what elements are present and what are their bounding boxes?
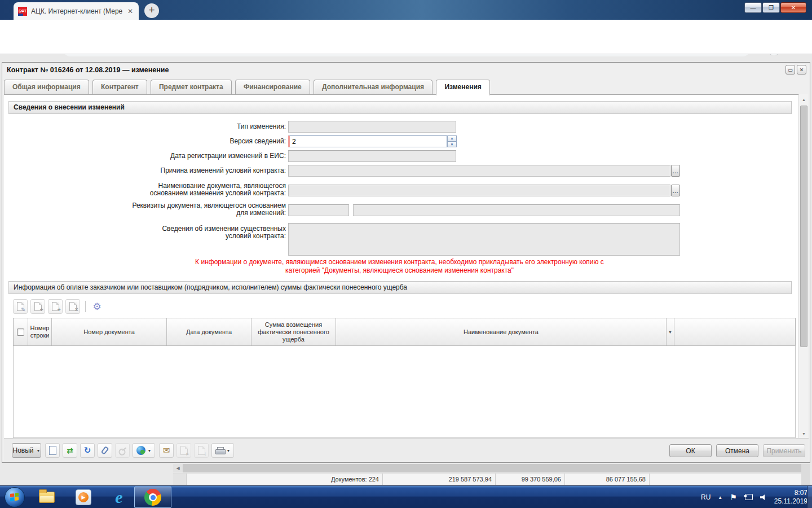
tab-subject[interactable]: Предмет контракта <box>151 80 232 94</box>
maximize-icon[interactable]: ▭ <box>785 65 795 75</box>
tab-additional-info[interactable]: Дополнительная информация <box>314 80 433 94</box>
close-button[interactable]: ✕ <box>780 2 806 13</box>
clock[interactable]: 8:07 25.11.2019 <box>774 489 807 506</box>
chevron-down-icon: ▼ <box>148 449 152 453</box>
tab-financing[interactable]: Финансирование <box>235 80 310 94</box>
browser-tab[interactable]: БФТ АЦК. Интернет-клиент (Мереж ✕ <box>14 2 139 20</box>
folder-icon <box>39 492 55 503</box>
copy-icon: + <box>52 302 59 311</box>
minimize-button[interactable]: — <box>744 2 762 13</box>
requisites-text-input <box>353 204 680 216</box>
taskbar: ▶ e RU ▲ ⚑ 8:07 25.11.2019 <box>0 485 812 508</box>
table-header: Номер строки Номер документа Дата докуме… <box>13 318 796 346</box>
action-center-flag-icon[interactable]: ⚑ <box>730 493 737 502</box>
copy-row-button[interactable]: + <box>48 299 63 314</box>
screen: БФТ АЦК. Интернет-клиент (Мереж ✕ + — ❐ … <box>0 0 812 508</box>
essential-textarea <box>288 223 680 256</box>
add-icon: + <box>34 302 42 311</box>
changes-section-header: Сведения о внесении изменений <box>8 101 792 114</box>
show-desktop-button[interactable] <box>807 486 812 508</box>
status-sum-2: 99 370 559,06 <box>496 474 565 485</box>
clock-date: 25.11.2019 <box>774 497 807 506</box>
chrome-taskbar-button[interactable] <box>134 487 171 508</box>
col-doc-number[interactable]: Номер документа <box>52 318 167 345</box>
language-indicator[interactable]: RU <box>701 493 710 501</box>
scroll-up-icon[interactable]: ▲ <box>800 95 808 104</box>
add-row-button[interactable]: + <box>30 299 45 314</box>
tab-general[interactable]: Общая информация <box>4 80 89 94</box>
exchange-button[interactable]: ⇄ <box>63 443 77 458</box>
globe-icon <box>136 446 145 455</box>
horizontal-scrollbar[interactable]: ◀ <box>173 464 801 472</box>
delete-icon: × <box>69 302 77 311</box>
warning-text-line1: К информации о документе, являющимся осн… <box>6 258 793 266</box>
contract-window: Контракт № 016246 от 12.08.2019 — измене… <box>2 62 810 463</box>
window-footer: Новый ▼ ⇄ ↻ ▼ ✉ ▸ ↓ ▼ ОК Отмена Применит… <box>4 438 809 461</box>
grid-settings-button[interactable]: ⚙ <box>90 299 104 314</box>
system-tray: RU ▲ ⚑ 8:07 25.11.2019 <box>701 486 807 508</box>
spinner-up-icon[interactable]: ▲ <box>447 135 457 142</box>
network-icon[interactable] <box>744 494 753 501</box>
close-icon[interactable]: ✕ <box>797 65 806 75</box>
col-damage-sum[interactable]: Сумма возмещения фактически понесенного … <box>251 318 336 345</box>
col-filter-cell[interactable]: ▼ <box>667 318 674 345</box>
version-label: Версия сведений: <box>60 138 286 145</box>
scroll-down-icon[interactable]: ▼ <box>800 429 808 438</box>
printer-icon <box>215 447 224 454</box>
eis-date-input <box>288 150 456 162</box>
media-player-taskbar-button[interactable]: ▶ <box>75 489 92 505</box>
speaker-icon[interactable] <box>760 494 767 501</box>
internet-explorer-icon: e <box>115 489 122 505</box>
doc-name-lookup-button[interactable]: ... <box>671 185 680 196</box>
browser-titlebar: БФТ АЦК. Интернет-клиент (Мереж ✕ + — ❐ … <box>0 0 812 20</box>
delete-row-button[interactable]: × <box>65 299 80 314</box>
cancel-button[interactable]: Отмена <box>716 444 758 457</box>
tab-counterparty[interactable]: Контрагент <box>92 80 147 94</box>
essential-label: Сведения об изменении существенных услов… <box>139 225 286 240</box>
explorer-taskbar-button[interactable] <box>38 489 55 505</box>
col-doc-date[interactable]: Дата документа <box>167 318 251 345</box>
restore-button[interactable]: ❐ <box>762 2 780 13</box>
edit-row-button[interactable]: ✎ <box>13 299 28 314</box>
version-input[interactable] <box>288 135 447 147</box>
print-button[interactable]: ▼ <box>211 443 234 458</box>
mail-button[interactable]: ✉ <box>159 443 174 458</box>
type-input <box>288 121 456 133</box>
tab-close-icon[interactable]: ✕ <box>126 7 134 15</box>
start-button[interactable] <box>5 487 25 507</box>
attach-button[interactable] <box>98 443 112 458</box>
edit-icon: ✎ <box>17 302 24 311</box>
chevron-down-icon: ▼ <box>37 449 41 453</box>
status-empty-cell <box>650 474 801 485</box>
reason-lookup-button[interactable]: ... <box>671 165 680 177</box>
web-publish-button[interactable]: ▼ <box>133 443 155 458</box>
new-document-button[interactable] <box>45 443 60 458</box>
browser-tab-title: АЦК. Интернет-клиент (Мереж <box>31 7 122 15</box>
damage-section-header: Информация об оплате заказчиком или пост… <box>8 281 792 294</box>
col-doc-name[interactable]: Наименование документа <box>336 318 667 345</box>
key-icon <box>117 446 127 455</box>
new-tab-button[interactable]: + <box>144 3 159 18</box>
ie-taskbar-button[interactable]: e <box>111 489 127 505</box>
select-all-checkbox[interactable] <box>17 329 24 336</box>
clock-time: 8:07 <box>774 489 807 497</box>
documents-count: Документов: 224 <box>187 474 383 485</box>
contract-window-title: Контракт № 016246 от 12.08.2019 — измене… <box>7 66 169 74</box>
eis-date-label: Дата регистрации изменений в ЕИС: <box>60 152 286 160</box>
vertical-scrollbar[interactable]: ▲ ▼ <box>798 94 808 439</box>
scrollbar-thumb[interactable] <box>800 106 807 347</box>
document-icon <box>49 446 56 455</box>
tab-changes[interactable]: Изменения <box>436 80 489 95</box>
scroll-left-icon[interactable]: ◀ <box>173 464 183 472</box>
export-button: ↓ <box>194 443 209 458</box>
contract-window-buttons: ▭ ✕ <box>785 65 806 75</box>
new-button[interactable]: Новый ▼ <box>12 443 41 458</box>
spinner-down-icon[interactable]: ▼ <box>447 142 457 148</box>
ok-button[interactable]: ОК <box>669 444 712 457</box>
reason-label: Причина изменений условий контракта: <box>60 167 286 174</box>
refresh-button[interactable]: ↻ <box>80 443 95 458</box>
col-row-number[interactable]: Номер строки <box>28 318 52 345</box>
exchange-icon: ⇄ <box>67 446 73 455</box>
tray-expand-icon[interactable]: ▲ <box>718 495 722 500</box>
sign-button <box>115 443 130 458</box>
